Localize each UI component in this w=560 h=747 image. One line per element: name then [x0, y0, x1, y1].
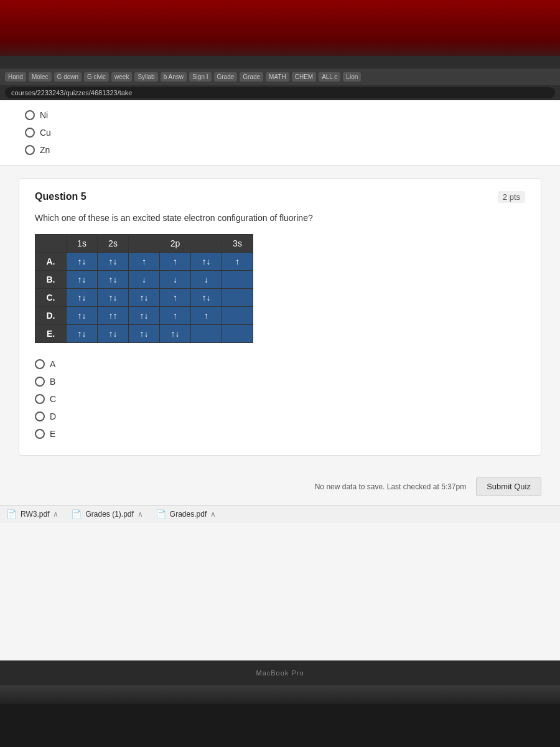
download-grades1[interactable]: 📄 Grades (1).pdf ∧	[71, 509, 142, 519]
radio-cu[interactable]	[25, 128, 35, 138]
col-header-2p: 2p	[129, 235, 222, 253]
row-e-2p3	[191, 325, 222, 343]
footer-status: No new data to save. Last checked at 5:3…	[315, 482, 466, 491]
answer-option-a[interactable]: A	[35, 355, 525, 373]
pts-badge: 2 pts	[498, 191, 525, 203]
tab-hand[interactable]: Hand	[5, 72, 26, 82]
option-zn[interactable]: Zn	[25, 141, 535, 159]
table-row-c: C. ↑↓ ↑↓ ↑↓ ↑ ↑↓	[35, 289, 253, 307]
macbook-bottom: MacBook Pro	[0, 660, 560, 685]
row-b-2p3: ↓	[191, 271, 222, 289]
tab-math[interactable]: MATH	[266, 72, 289, 82]
table-row-e: E. ↑↓ ↑↓ ↑↓ ↑↓	[35, 325, 253, 343]
row-d-label: D.	[35, 307, 67, 325]
answer-a-label: A	[50, 359, 55, 369]
answer-e-label: E	[50, 429, 55, 439]
radio-b[interactable]	[35, 377, 45, 387]
answer-option-e[interactable]: E	[35, 425, 525, 443]
laptop-top	[0, 0, 560, 68]
download-rw3[interactable]: 📄 RW3.pdf ∧	[6, 509, 58, 519]
row-a-2p1: ↑	[129, 253, 160, 271]
tab-syllab[interactable]: Syllab	[134, 72, 157, 82]
row-b-2p2: ↓	[160, 271, 191, 289]
row-d-2p2: ↑	[160, 307, 191, 325]
option-cu-label: Cu	[40, 128, 51, 138]
row-e-2s: ↑↓	[98, 325, 129, 343]
row-c-2p2: ↑	[160, 289, 191, 307]
row-b-2p1: ↓	[129, 271, 160, 289]
macbook-label: MacBook Pro	[256, 669, 304, 677]
col-header-1s: 1s	[67, 235, 98, 253]
address-bar[interactable]: courses/2233243/quizzes/4681323/take	[5, 87, 555, 98]
download-grades-label: Grades.pdf	[170, 510, 207, 519]
radio-a[interactable]	[35, 359, 45, 369]
download-grades[interactable]: 📄 Grades.pdf ∧	[156, 509, 216, 519]
row-a-2p2: ↑	[160, 253, 191, 271]
row-b-2s: ↑↓	[98, 271, 129, 289]
radio-zn[interactable]	[25, 145, 35, 155]
row-e-3s	[222, 325, 253, 343]
tab-gdown[interactable]: G down	[54, 72, 82, 82]
tab-allc[interactable]: ALL c	[319, 72, 340, 82]
answer-b-label: B	[50, 377, 55, 387]
option-ni[interactable]: Ni	[25, 106, 535, 124]
row-c-3s	[222, 289, 253, 307]
tab-molec[interactable]: Molec	[29, 72, 52, 82]
tab-lion[interactable]: Lion	[343, 72, 361, 82]
question-5-container: Question 5 2 pts Which one of these is a…	[19, 178, 541, 456]
row-c-2s: ↑↓	[98, 289, 129, 307]
radio-e[interactable]	[35, 429, 45, 439]
option-zn-label: Zn	[40, 145, 50, 155]
row-c-1s: ↑↓	[67, 289, 98, 307]
download-rw3-icon: 📄	[6, 509, 17, 519]
row-d-2p1: ↑↓	[129, 307, 160, 325]
row-a-3s: ↑	[222, 253, 253, 271]
table-row-d: D. ↑↓ ↑↑ ↑↓ ↑ ↑	[35, 307, 253, 325]
question-text: Which one of these is an excited state e…	[35, 213, 525, 223]
address-bar-row: courses/2233243/quizzes/4681323/take	[0, 85, 560, 100]
tab-grade1[interactable]: Grade	[214, 72, 238, 82]
table-row-b: B. ↑↓ ↑↓ ↓ ↓ ↓	[35, 271, 253, 289]
row-d-1s: ↑↓	[67, 307, 98, 325]
row-d-2p3: ↑	[191, 307, 222, 325]
radio-d[interactable]	[35, 411, 45, 421]
tab-chem[interactable]: CHEM	[292, 72, 316, 82]
col-header-label	[35, 235, 67, 253]
download-grades-icon: 📄	[156, 509, 166, 519]
download-grades1-icon: 📄	[71, 509, 82, 519]
tab-week[interactable]: week	[111, 72, 132, 82]
submit-quiz-button[interactable]: Submit Quiz	[476, 477, 541, 496]
download-grades1-chevron[interactable]: ∧	[138, 510, 143, 519]
tab-sign[interactable]: Sign I	[189, 72, 212, 82]
option-ni-label: Ni	[40, 110, 48, 120]
answer-options: A B C D E	[35, 355, 525, 443]
tab-answ[interactable]: b Answ	[161, 72, 187, 82]
row-b-label: B.	[35, 271, 67, 289]
answer-option-c[interactable]: C	[35, 390, 525, 408]
row-c-label: C.	[35, 289, 67, 307]
radio-ni[interactable]	[25, 110, 35, 120]
row-c-2p1: ↑↓	[129, 289, 160, 307]
answer-option-d[interactable]: D	[35, 408, 525, 425]
downloads-bar: 📄 RW3.pdf ∧ 📄 Grades (1).pdf ∧ 📄 Grades.…	[0, 505, 560, 523]
row-a-2p3: ↑↓	[191, 253, 222, 271]
electron-config-table: 1s 2s 2p 3s A. ↑↓ ↑↓ ↑ ↑ ↑↓ ↑	[35, 234, 253, 343]
footer-bar: No new data to save. Last checked at 5:3…	[0, 468, 560, 505]
answer-option-b[interactable]: B	[35, 373, 525, 390]
col-header-3s: 3s	[222, 235, 253, 253]
tab-grade2[interactable]: Grade	[240, 72, 263, 82]
row-a-2s: ↑↓	[98, 253, 129, 271]
row-d-2s: ↑↑	[98, 307, 129, 325]
download-rw3-chevron[interactable]: ∧	[53, 510, 58, 519]
row-c-2p3: ↑↓	[191, 289, 222, 307]
question-header: Question 5 2 pts	[35, 191, 525, 203]
row-e-label: E.	[35, 325, 67, 343]
download-grades-chevron[interactable]: ∧	[210, 510, 216, 519]
download-rw3-label: RW3.pdf	[21, 510, 49, 519]
row-e-2p2: ↑↓	[160, 325, 191, 343]
option-cu[interactable]: Cu	[25, 124, 535, 141]
radio-c[interactable]	[35, 394, 45, 404]
tab-gcivic[interactable]: G civic	[84, 72, 109, 82]
row-e-2p1: ↑↓	[129, 325, 160, 343]
prev-question-options: Ni Cu Zn	[0, 100, 560, 166]
